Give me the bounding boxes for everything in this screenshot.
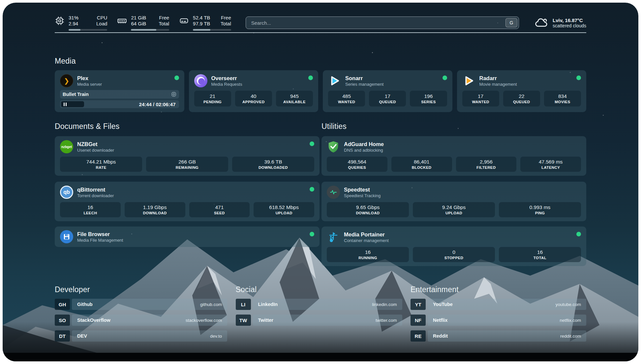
app-desc: Speedtest Tracking <box>344 193 381 198</box>
stat-rate: 744.21 MbpsRATE <box>60 157 142 172</box>
search-bar: G <box>246 16 519 29</box>
bookmark-linkedin[interactable]: LI LinkedInlinkedin.com <box>236 299 402 310</box>
app-name: Overseerr <box>211 75 242 81</box>
bookmark-dev[interactable]: DT DEVdev.to <box>55 330 227 342</box>
cpu-usage-value: 31% <box>69 15 88 21</box>
documents-column: Documents & Files nzbget NZBGet Usenet d… <box>55 112 320 266</box>
stat-ping: 0.993 msPING <box>499 202 581 217</box>
disk-metric: 52.4 TB97.9 TB FreeTotal <box>179 15 231 31</box>
bookmark-youtube[interactable]: YT YouTubeyoutube.com <box>411 299 586 310</box>
bookmark-twitter[interactable]: TW Twittertwitter.com <box>236 315 402 326</box>
top-bar: 31%2.94 CPULoad 21 GiB64 GiB FreeTotal <box>55 3 586 32</box>
section-title-documents: Documents & Files <box>55 122 320 131</box>
memory-free-label: Free <box>159 15 169 21</box>
app-name: Media Portainer <box>344 231 389 238</box>
app-card-adguard[interactable]: AdGuard Home DNS and adblocking 498,564Q… <box>321 136 586 176</box>
search-engine-button[interactable]: G <box>505 18 517 27</box>
bookmark-netflix[interactable]: NF Netflixnetflix.com <box>411 315 586 326</box>
bookmark-abbr: DT <box>55 330 70 342</box>
pause-button[interactable] <box>64 103 67 106</box>
app-card-nzbget[interactable]: nzbget NZBGet Usenet downloader 744.21 M… <box>55 136 320 176</box>
search-input[interactable] <box>246 16 519 29</box>
app-name: AdGuard Home <box>344 141 384 147</box>
status-online-dot <box>174 76 179 80</box>
bookmark-name: Netflix <box>433 318 447 323</box>
bookmark-reddit[interactable]: RE Redditreddit.com <box>411 330 586 342</box>
stat-blocked: 86,401BLOCKED <box>391 157 452 172</box>
app-desc: Series management <box>345 81 383 87</box>
status-online-dot <box>576 232 581 236</box>
stat-queued: 17QUEUED <box>369 91 406 106</box>
qbittorrent-icon: qb <box>60 186 73 199</box>
bookmark-abbr: TW <box>236 315 251 326</box>
stat-total: 16TOTAL <box>499 247 581 262</box>
weather-location-temp: Lviv, 16.87°C <box>553 17 586 23</box>
section-title-entertainment: Entertainment <box>411 285 586 294</box>
app-card-overseerr[interactable]: Overseerr Media Requests 21PENDING 40APP… <box>189 70 319 112</box>
disk-progress-bar <box>193 29 231 31</box>
bookmark-url: youtube.com <box>556 302 581 307</box>
stat-filtered: 2,956FILTERED <box>456 157 517 172</box>
bookmark-abbr: NF <box>411 315 426 326</box>
cpu-icon <box>55 16 65 26</box>
memory-icon <box>117 16 127 26</box>
memory-free-value: 21 GiB <box>131 15 150 21</box>
bookmark-name: LinkedIn <box>258 302 278 307</box>
playback-progress-bar: 24:44 / 02:06:47 <box>60 100 179 108</box>
app-card-qbittorrent[interactable]: qb qBittorrent Torrent downloader 16LEEC… <box>55 182 320 221</box>
stat-series: 196SERIES <box>410 91 447 106</box>
bookmark-name: YouTube <box>433 302 453 307</box>
app-desc: Usenet downloader <box>77 147 114 153</box>
bookmark-stackoverflow[interactable]: SO StackOverflowstackoverflow.com <box>55 315 227 326</box>
app-card-filebrowser[interactable]: File Browser Media File Management <box>55 227 320 247</box>
topbar-divider <box>55 32 586 33</box>
app-card-radarr[interactable]: Radarr Movie management 17WANTED 22QUEUE… <box>457 70 587 112</box>
app-desc: Container management <box>344 238 389 243</box>
app-card-portainer[interactable]: Media Portainer Container management 16R… <box>321 227 586 266</box>
cpu-metric: 31%2.94 CPULoad <box>55 15 107 31</box>
stat-queries: 498,564QUERIES <box>327 157 387 172</box>
app-card-plex[interactable]: ❯ Plex Media server Bullet Train <box>55 70 184 112</box>
cpu-load-value: 2.94 <box>69 21 88 27</box>
overseerr-icon <box>194 74 207 87</box>
app-card-sonarr[interactable]: Sonarr Series management 485WANTED 17QUE… <box>323 70 452 112</box>
memory-progress-bar <box>131 29 169 31</box>
app-name: NZBGet <box>77 141 114 147</box>
disk-icon <box>179 16 189 26</box>
now-playing-title: Bullet Train <box>63 92 89 97</box>
bookmark-name: Twitter <box>258 318 273 323</box>
section-title-media: Media <box>55 57 586 66</box>
stat-movies: 834MOVIES <box>544 91 581 106</box>
status-online-dot <box>310 232 314 236</box>
app-card-speedtest[interactable]: Speedtest Speedtest Tracking 9.65 GbpsDO… <box>321 182 586 221</box>
bookmark-group-entertainment: Entertainment YT YouTubeyoutube.com NF N… <box>411 285 586 346</box>
stat-downloaded: 39.6 TBDOWNLOADED <box>232 157 314 172</box>
stat-stopped: 0STOPPED <box>413 247 495 262</box>
app-desc: DNS and adblocking <box>344 147 384 153</box>
stat-seed: 471SEED <box>189 202 250 217</box>
dashboard: 31%2.94 CPULoad 21 GiB64 GiB FreeTotal <box>3 3 638 361</box>
bookmark-github[interactable]: GH Githubgithub.com <box>55 299 227 310</box>
weather-widget: Lviv, 16.87°C scattered clouds <box>534 16 586 29</box>
memory-total-value: 64 GiB <box>131 21 150 27</box>
stat-available: 945AVAILABLE <box>276 91 313 106</box>
plex-icon: ❯ <box>60 74 73 87</box>
status-online-dot <box>310 141 314 146</box>
bookmark-name: StackOverflow <box>77 318 110 323</box>
cloud-icon <box>534 16 549 29</box>
stat-remaining: 266 GBREMAINING <box>146 157 228 172</box>
portainer-icon <box>327 230 340 244</box>
memory-metric: 21 GiB64 GiB FreeTotal <box>117 15 169 31</box>
bookmark-abbr: YT <box>411 299 426 310</box>
status-online-dot <box>310 187 314 192</box>
stat-pending: 21PENDING <box>194 91 231 106</box>
bookmark-name: Reddit <box>433 333 448 339</box>
bookmark-group-developer: Developer GH Githubgithub.com SO StackOv… <box>55 285 227 346</box>
app-name: Radarr <box>479 75 517 81</box>
bookmark-url: reddit.com <box>560 334 581 339</box>
stat-wanted: 17WANTED <box>462 91 499 106</box>
stat-upload: 618.52 MbpsUPLOAD <box>254 202 314 217</box>
stat-download: 1.19 GbpsDOWNLOAD <box>125 202 185 217</box>
disk-free-value: 52.4 TB <box>193 15 212 21</box>
sonarr-icon <box>328 74 341 87</box>
